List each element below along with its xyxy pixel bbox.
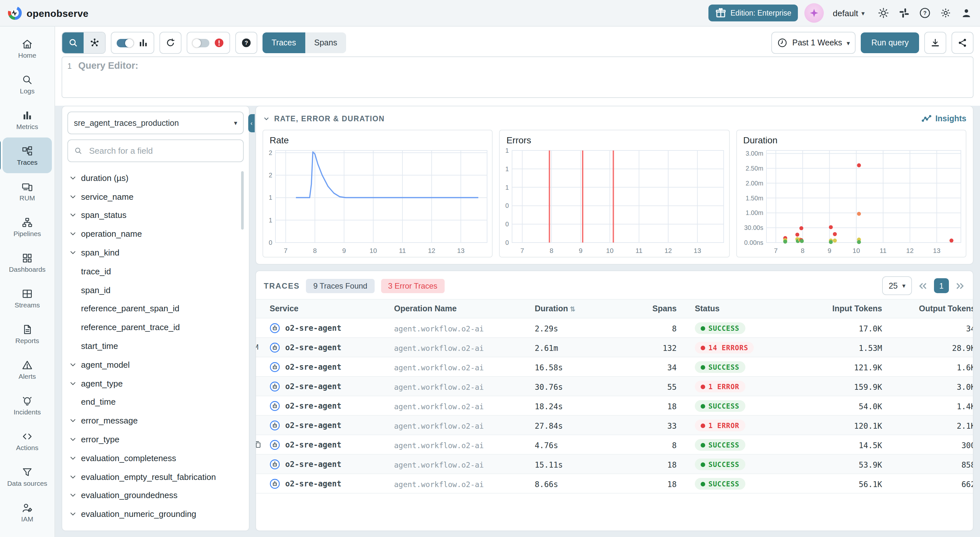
- download-button[interactable]: [924, 32, 946, 54]
- chevron-down-icon[interactable]: [69, 249, 77, 257]
- error-traces-badge[interactable]: 3 Error Traces: [381, 279, 444, 293]
- field-item-error-message[interactable]: error_message: [67, 411, 244, 430]
- trace-row[interactable]: o2-sre-agent agent.workflow.o2-ai 30.76s…: [256, 377, 973, 396]
- chevron-down-icon[interactable]: [69, 417, 77, 425]
- field-item-span-status[interactable]: span_status: [67, 206, 244, 225]
- chevron-down-icon[interactable]: [69, 472, 77, 481]
- field-item-evaluation-relevance[interactable]: evaluation_relevance: [67, 523, 244, 525]
- histogram-toggle-box[interactable]: [111, 32, 154, 54]
- field-item-span-id[interactable]: span_id: [67, 281, 244, 300]
- field-search-input[interactable]: [88, 145, 237, 156]
- sidebar-item-reports[interactable]: Reports: [3, 316, 52, 352]
- rate-chart-plot[interactable]: 7891011121301122: [263, 145, 492, 257]
- query-editor[interactable]: 1 Query Editor:: [62, 56, 974, 98]
- next-page-button[interactable]: [955, 280, 965, 291]
- trace-row[interactable]: o2-sre-agent agent.workflow.o2-ai 16.58s…: [256, 357, 973, 377]
- field-item-trace-id[interactable]: trace_id: [67, 262, 244, 281]
- copy-icon[interactable]: [256, 440, 262, 449]
- field-item-evaluation-groundedness[interactable]: evaluation_groundedness: [67, 486, 244, 505]
- time-range-selector[interactable]: Past 1 Weeks ▾: [772, 32, 856, 54]
- ai-assistant-button[interactable]: [804, 3, 824, 23]
- graph-mode-button[interactable]: [84, 32, 105, 53]
- chevron-down-icon[interactable]: [69, 192, 77, 201]
- prev-page-button[interactable]: [918, 280, 928, 291]
- panel-collapse-handle[interactable]: ‹: [248, 114, 255, 132]
- errors-only-toggle-box[interactable]: [187, 32, 230, 54]
- sidebar-item-metrics[interactable]: Metrics: [3, 102, 52, 137]
- trace-row[interactable]: o2-sre-agent agent.workflow.o2-ai 4.76s …: [256, 435, 973, 455]
- sidebar-item-pipelines[interactable]: Pipelines: [3, 209, 52, 244]
- stream-selector-value: sre_agent_traces_production: [74, 118, 179, 127]
- tab-spans[interactable]: Spans: [305, 32, 347, 53]
- field-item-span-kind[interactable]: span_kind: [67, 243, 244, 262]
- sidebar-item-data-sources[interactable]: Data sources: [3, 459, 52, 494]
- trace-row[interactable]: o2-sre-agent agent.workflow.o2-ai 8.66s …: [256, 474, 973, 494]
- share-button[interactable]: [951, 32, 974, 54]
- syntax-help-button[interactable]: ?: [235, 32, 257, 54]
- field-item-evaluation-completeness[interactable]: evaluation_completeness: [67, 449, 244, 468]
- refresh-button[interactable]: [159, 32, 181, 54]
- field-item-service-name[interactable]: service_name: [67, 187, 244, 206]
- sidebar-item-rum[interactable]: RUM: [3, 173, 52, 209]
- span-count: 8: [672, 324, 677, 333]
- sidebar-item-iam[interactable]: IAM: [3, 494, 52, 530]
- trace-row[interactable]: o2-sre-agent agent.workflow.o2-ai 18.24s…: [256, 396, 973, 416]
- errors-only-toggle[interactable]: [192, 38, 209, 47]
- org-selector[interactable]: default ▾: [830, 8, 867, 18]
- field-item-duration-s-[interactable]: duration (µs): [67, 169, 244, 187]
- field-item-agent-type[interactable]: agent_type: [67, 374, 244, 393]
- field-item-reference-parent-trace-id[interactable]: reference_parent_trace_id: [67, 318, 244, 337]
- sidebar-item-dashboards[interactable]: Dashboards: [3, 244, 52, 280]
- search-mode-button[interactable]: [62, 32, 84, 53]
- slack-icon[interactable]: [898, 7, 910, 19]
- chevron-down-icon[interactable]: [69, 174, 77, 182]
- field-item-error-type[interactable]: error_type: [67, 430, 244, 449]
- field-list-scrollbar[interactable]: [241, 171, 244, 229]
- chevron-down-icon[interactable]: [69, 454, 77, 462]
- field-item-evaluation-numeric-grounding[interactable]: evaluation_numeric_grounding: [67, 505, 244, 524]
- settings-gear-icon[interactable]: [940, 7, 951, 19]
- chevron-down-icon[interactable]: [69, 379, 77, 387]
- field-search-box[interactable]: [67, 139, 244, 162]
- page-size-selector[interactable]: 25 ▾: [882, 276, 912, 295]
- sort-icon[interactable]: ⇅: [570, 306, 576, 312]
- chevron-down-icon[interactable]: [69, 435, 77, 444]
- trace-row[interactable]: o2-sre-agent agent.workflow.o2-ai 2.29s …: [256, 319, 973, 338]
- profile-icon[interactable]: [961, 7, 972, 19]
- sidebar-item-incidents[interactable]: Incidents: [3, 387, 52, 423]
- sidebar-item-alerts[interactable]: Alerts: [3, 352, 52, 387]
- sidebar-item-traces[interactable]: Traces: [3, 137, 52, 173]
- red-section-title[interactable]: RATE, ERROR & DURATION: [262, 115, 385, 123]
- help-icon[interactable]: ?: [919, 7, 931, 19]
- tab-traces[interactable]: Traces: [262, 32, 305, 53]
- errors-chart-plot[interactable]: 78910111213000111: [500, 145, 729, 257]
- duration-chart-plot[interactable]: 789101112130.00ns30.00s1.00m1.50m2.00m2.…: [737, 145, 966, 257]
- insights-link[interactable]: Insights: [922, 114, 966, 124]
- edition-badge[interactable]: Edition: Enterprise: [708, 5, 798, 21]
- field-item-end-time[interactable]: end_time: [67, 393, 244, 411]
- chevron-down-icon[interactable]: [69, 211, 77, 220]
- trace-row[interactable]: M o2-sre-agent agent.workflow.o2-ai 2.61…: [256, 338, 973, 357]
- sidebar-item-home[interactable]: Home: [3, 30, 52, 66]
- trace-row[interactable]: o2-sre-agent agent.workflow.o2-ai 27.84s…: [256, 416, 973, 435]
- field-item-agent-model[interactable]: agent_model: [67, 355, 244, 374]
- field-item-evaluation-empty-result-fabrication[interactable]: evaluation_empty_result_fabrication: [67, 468, 244, 486]
- theme-toggle-icon[interactable]: [878, 7, 889, 19]
- current-page-button[interactable]: 1: [934, 278, 949, 293]
- chevron-down-icon[interactable]: [69, 230, 77, 238]
- chevron-down-icon[interactable]: [69, 360, 77, 369]
- stream-selector[interactable]: sre_agent_traces_production ▾: [67, 112, 244, 134]
- sidebar-item-actions[interactable]: Actions: [3, 423, 52, 459]
- chevron-down-icon[interactable]: [69, 491, 77, 500]
- sidebar-item-logs[interactable]: Logs: [3, 66, 52, 102]
- col-duration[interactable]: Duration⇅: [531, 304, 613, 313]
- chevron-down-icon: [262, 115, 270, 123]
- run-query-button[interactable]: Run query: [861, 32, 919, 53]
- field-item-start-time[interactable]: start_time: [67, 336, 244, 355]
- chevron-down-icon[interactable]: [69, 510, 77, 518]
- field-item-operation-name[interactable]: operation_name: [67, 225, 244, 244]
- trace-row[interactable]: o2-sre-agent agent.workflow.o2-ai 15.11s…: [256, 455, 973, 474]
- field-item-reference-parent-span-id[interactable]: reference_parent_span_id: [67, 299, 244, 318]
- sidebar-item-streams[interactable]: Streams: [3, 280, 52, 316]
- histogram-toggle[interactable]: [117, 38, 134, 47]
